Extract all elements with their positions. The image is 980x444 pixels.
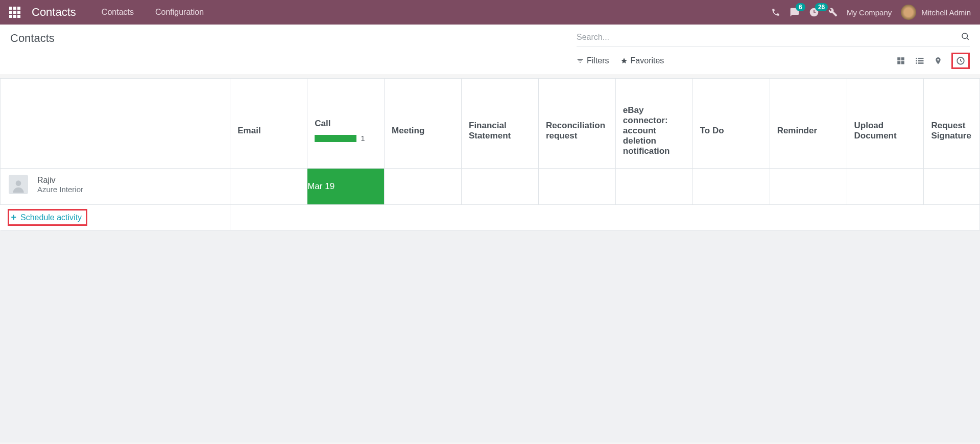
kanban-view-button[interactable] xyxy=(896,56,905,65)
svg-rect-9 xyxy=(918,60,924,62)
svg-point-0 xyxy=(962,33,968,39)
column-header-reminder: Reminder xyxy=(770,79,847,169)
view-switcher xyxy=(896,53,970,69)
contact-cell[interactable]: Rajiv Azure Interior xyxy=(1,169,230,205)
favorites-label: Favorites xyxy=(631,56,664,65)
search-input[interactable] xyxy=(577,33,961,42)
activity-cell-reminder[interactable] xyxy=(770,169,847,205)
list-view-button[interactable] xyxy=(915,56,925,66)
svg-line-1 xyxy=(967,38,968,39)
user-avatar xyxy=(901,5,916,20)
app-title[interactable]: Contacts xyxy=(32,6,76,19)
svg-rect-7 xyxy=(918,58,924,59)
favorites-button[interactable]: Favorites xyxy=(620,56,664,65)
settings-icon[interactable] xyxy=(828,8,838,17)
svg-rect-4 xyxy=(897,61,900,64)
schedule-row: + Schedule activity xyxy=(1,205,980,230)
activities-badge: 26 xyxy=(815,3,828,11)
svg-line-14 xyxy=(961,61,962,62)
nav-link-configuration[interactable]: Configuration xyxy=(150,8,209,17)
table-header-row: Email Call 1 Meeting Financial Statement… xyxy=(1,79,980,169)
activity-view: Email Call 1 Meeting Financial Statement… xyxy=(0,78,980,230)
schedule-activity-button[interactable]: + Schedule activity xyxy=(8,209,88,226)
activity-cell-financial[interactable] xyxy=(462,169,539,205)
nav-link-contacts[interactable]: Contacts xyxy=(97,8,139,17)
user-name: Mitchell Admin xyxy=(921,8,971,17)
contact-company: Azure Interior xyxy=(37,185,83,194)
column-header-email: Email xyxy=(230,79,307,169)
svg-rect-11 xyxy=(918,62,924,64)
schedule-label: Schedule activity xyxy=(20,213,82,222)
phone-icon[interactable] xyxy=(771,8,780,17)
svg-point-15 xyxy=(16,180,21,186)
filters-label: Filters xyxy=(587,56,609,65)
svg-rect-5 xyxy=(901,61,904,64)
messages-badge: 6 xyxy=(796,3,805,11)
activity-cell-meeting[interactable] xyxy=(385,169,462,205)
navbar-left: Contacts Contacts Configuration xyxy=(9,6,209,19)
star-icon xyxy=(620,57,628,64)
contact-avatar-icon xyxy=(9,175,28,194)
table-row: Rajiv Azure Interior Mar 19 xyxy=(1,169,980,205)
activity-cell-email[interactable] xyxy=(230,169,307,205)
call-progress: 1 xyxy=(315,134,377,143)
apps-menu-icon[interactable] xyxy=(9,7,20,18)
schedule-empty xyxy=(230,205,980,230)
activity-cell-signature[interactable] xyxy=(924,169,980,205)
user-menu[interactable]: Mitchell Admin xyxy=(901,5,971,20)
filter-row: Filters Favorites xyxy=(577,53,970,69)
column-header-meeting: Meeting xyxy=(385,79,462,169)
company-selector[interactable]: My Company xyxy=(847,8,892,17)
column-header-upload: Upload Document xyxy=(847,79,924,169)
plus-icon: + xyxy=(11,212,17,223)
column-header-reconciliation: Reconciliation request xyxy=(538,79,615,169)
search-row xyxy=(577,32,970,46)
control-panel: Contacts Filters Favorites xyxy=(0,25,980,74)
contact-info: Rajiv Azure Interior xyxy=(37,176,83,194)
activity-cell-ebay[interactable] xyxy=(615,169,692,205)
svg-rect-3 xyxy=(901,57,904,60)
main-navbar: Contacts Contacts Configuration 6 26 My … xyxy=(0,0,980,25)
activity-cell-reconciliation[interactable] xyxy=(538,169,615,205)
progress-bar-icon xyxy=(315,135,356,142)
call-count: 1 xyxy=(361,134,365,143)
search-icon[interactable] xyxy=(961,32,970,43)
activity-cell-upload[interactable] xyxy=(847,169,924,205)
column-header-call: Call 1 xyxy=(307,79,385,169)
activity-view-button[interactable] xyxy=(951,53,970,69)
svg-rect-10 xyxy=(916,62,918,64)
column-header-signature: Request Signature xyxy=(924,79,980,169)
navbar-right: 6 26 My Company Mitchell Admin xyxy=(771,5,971,20)
empty-space xyxy=(0,230,980,442)
activity-cell-call[interactable]: Mar 19 xyxy=(307,169,385,205)
svg-rect-8 xyxy=(916,60,918,62)
column-header-ebay: eBay connector: account deletion notific… xyxy=(615,79,692,169)
activity-table: Email Call 1 Meeting Financial Statement… xyxy=(0,78,980,230)
search-area: Filters Favorites xyxy=(577,32,970,69)
messages-icon[interactable]: 6 xyxy=(790,7,800,17)
activities-icon[interactable]: 26 xyxy=(809,7,819,17)
page-title: Contacts xyxy=(10,32,55,45)
filter-icon xyxy=(577,57,584,64)
svg-rect-6 xyxy=(916,58,918,59)
column-header-financial: Financial Statement xyxy=(462,79,539,169)
contact-name: Rajiv xyxy=(37,176,83,185)
filters-button[interactable]: Filters xyxy=(577,56,609,65)
schedule-cell: + Schedule activity xyxy=(1,205,230,230)
column-header-todo: To Do xyxy=(692,79,770,169)
map-view-button[interactable] xyxy=(934,56,942,65)
activity-cell-todo[interactable] xyxy=(692,169,770,205)
column-header-contact xyxy=(1,79,230,169)
svg-rect-2 xyxy=(897,57,900,60)
